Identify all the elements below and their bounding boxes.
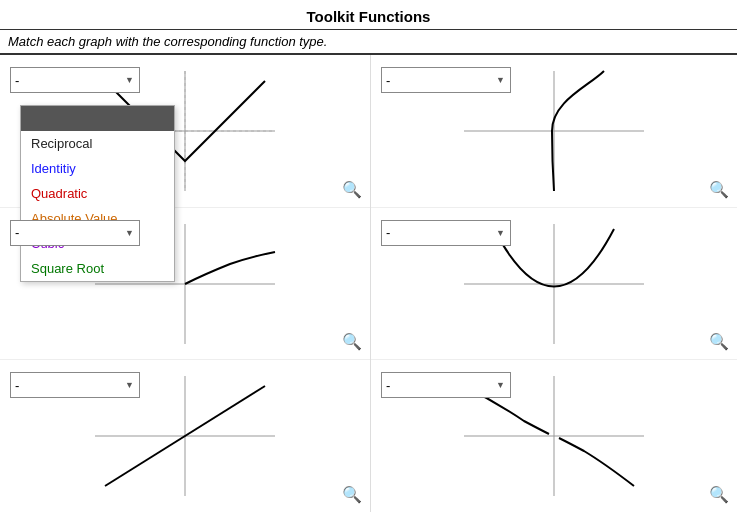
select-top-left[interactable]: - Reciprocal Identitiy Quadratic Absolut… (10, 67, 140, 93)
select-bot-left[interactable]: - Reciprocal Identitiy Quadratic Absolut… (10, 372, 140, 398)
content-area: - Reciprocal Identitiy Quadratic Absolut… (0, 55, 737, 512)
overlay-item-reciprocal[interactable]: Reciprocal (21, 131, 174, 156)
dropdown-wrapper-mid-right: - Reciprocal Identitiy Quadratic Absolut… (381, 220, 511, 246)
graph-cell-mid-left: - Reciprocal Identitiy Quadratic Absolut… (0, 208, 370, 361)
dropdown-top-right: - Reciprocal Identitiy Quadratic Absolut… (381, 67, 511, 93)
overlay-item-squareroot[interactable]: Square Root (21, 256, 174, 281)
graph-cell-bot-left: - Reciprocal Identitiy Quadratic Absolut… (0, 360, 370, 512)
page-title: Toolkit Functions (307, 8, 431, 25)
main-container: Toolkit Functions Match each graph with … (0, 0, 737, 512)
dropdown-bot-right: - Reciprocal Identitiy Quadratic Absolut… (381, 372, 511, 398)
overlay-item-blank[interactable] (21, 106, 174, 131)
overlay-item-quadratic[interactable]: Quadratic (21, 181, 174, 206)
zoom-icon-top-right[interactable]: 🔍 (709, 180, 729, 199)
overlay-item-identity[interactable]: Identitiy (21, 156, 174, 181)
dropdown-wrapper-top-right: - Reciprocal Identitiy Quadratic Absolut… (381, 67, 511, 93)
graph-cell-bot-right: - Reciprocal Identitiy Quadratic Absolut… (371, 360, 737, 512)
select-bot-right[interactable]: - Reciprocal Identitiy Quadratic Absolut… (381, 372, 511, 398)
dropdown-bot-left: - Reciprocal Identitiy Quadratic Absolut… (10, 372, 140, 398)
select-top-right[interactable]: - Reciprocal Identitiy Quadratic Absolut… (381, 67, 511, 93)
right-column: - Reciprocal Identitiy Quadratic Absolut… (370, 55, 737, 512)
dropdown-wrapper-bot-left: - Reciprocal Identitiy Quadratic Absolut… (10, 372, 140, 398)
graph-cell-mid-right: - Reciprocal Identitiy Quadratic Absolut… (371, 208, 737, 361)
dropdown-top-left: - Reciprocal Identitiy Quadratic Absolut… (10, 67, 140, 93)
left-column: - Reciprocal Identitiy Quadratic Absolut… (0, 55, 370, 512)
title-bar: Toolkit Functions (0, 0, 737, 30)
graph-cell-top-left: - Reciprocal Identitiy Quadratic Absolut… (0, 55, 370, 208)
graph-cell-top-right: - Reciprocal Identitiy Quadratic Absolut… (371, 55, 737, 208)
subtitle: Match each graph with the corresponding … (0, 30, 737, 55)
dropdown-wrapper-bot-right: - Reciprocal Identitiy Quadratic Absolut… (381, 372, 511, 398)
zoom-icon-top-left[interactable]: 🔍 (342, 180, 362, 199)
dropdown-overlay: Reciprocal Identitiy Quadratic Absolute … (20, 105, 175, 282)
dropdown-wrapper-top-left: - Reciprocal Identitiy Quadratic Absolut… (10, 67, 140, 93)
select-mid-left[interactable]: - Reciprocal Identitiy Quadratic Absolut… (10, 220, 140, 246)
dropdown-wrapper-mid-left: - Reciprocal Identitiy Quadratic Absolut… (10, 220, 140, 246)
zoom-icon-bot-left[interactable]: 🔍 (342, 485, 362, 504)
dropdown-mid-left: - Reciprocal Identitiy Quadratic Absolut… (10, 220, 140, 246)
zoom-icon-mid-right[interactable]: 🔍 (709, 332, 729, 351)
select-mid-right[interactable]: - Reciprocal Identitiy Quadratic Absolut… (381, 220, 511, 246)
zoom-icon-mid-left[interactable]: 🔍 (342, 332, 362, 351)
dropdown-mid-right: - Reciprocal Identitiy Quadratic Absolut… (381, 220, 511, 246)
zoom-icon-bot-right[interactable]: 🔍 (709, 485, 729, 504)
